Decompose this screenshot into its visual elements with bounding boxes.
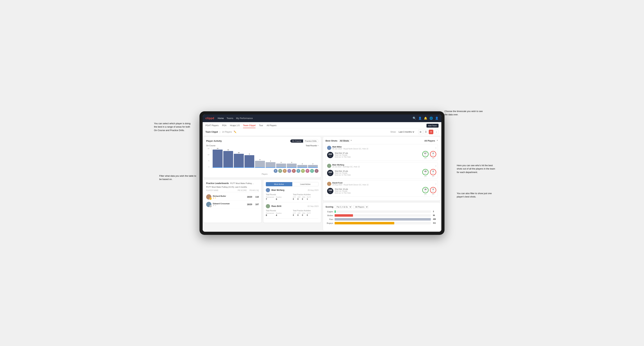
- grid-view-btn[interactable]: ⊞: [418, 130, 423, 134]
- nav-home[interactable]: Home: [218, 116, 224, 120]
- subnav-tour[interactable]: Tour: [259, 123, 263, 128]
- metric-end-2: 0 yds yds: [430, 187, 436, 195]
- player-avatar-8: E: [310, 169, 314, 173]
- bars-container: 13 12 10 9 5 4 3 3: [212, 148, 318, 168]
- bar-value-3: 9: [249, 153, 250, 155]
- chart-dropdown[interactable]: Total Rounds: [306, 145, 317, 147]
- metric-circle-dist-2: 16 yds: [422, 187, 428, 193]
- player-avatar-1: R: [278, 169, 282, 173]
- shot-player-name-2: David Ford: [332, 182, 368, 184]
- bar-9[interactable]: [308, 165, 318, 168]
- shot-dist-1: Shot Dist: 43 yds: [335, 170, 421, 172]
- metric-dist-0: 67 yds yds: [422, 151, 428, 159]
- gtt-stat-1: GTT 0: [293, 196, 296, 200]
- bar-group-1: 12: [223, 149, 233, 168]
- lb-player-row-2: 2 Edward Crossman ★ ② 18/20: [206, 201, 259, 208]
- shot-expand-2[interactable]: ›: [436, 182, 436, 185]
- on-course-toggle[interactable]: On Course: [290, 140, 303, 143]
- scoring-track-3: [334, 222, 431, 224]
- team-name: Team Clippd: [206, 131, 218, 133]
- globe-icon[interactable]: 🌐: [430, 117, 433, 120]
- lb-avg-2: 107: [255, 203, 259, 206]
- bar-5[interactable]: [266, 162, 276, 168]
- bar-4[interactable]: [255, 161, 265, 168]
- show-select[interactable]: Last 3 months Last 6 months Last year: [398, 131, 415, 133]
- add-team-button[interactable]: Add Team: [426, 124, 438, 128]
- nav-teams[interactable]: Teams: [226, 116, 233, 120]
- bar-6[interactable]: [276, 164, 286, 168]
- scoring-filter2[interactable]: All Players: [353, 205, 368, 209]
- bs-tabs: All Shots ▾: [339, 139, 352, 142]
- practice-activities-title-2: Total Practice Activities: [293, 210, 319, 212]
- bar-0[interactable]: [212, 150, 222, 168]
- shot-entry-1: Blair McHarg 23 Jul 2023 · Ashridge GC, …: [326, 162, 438, 179]
- shot-entry-2: David Ford 24 Aug 2023 · Royal North Dev…: [326, 180, 438, 197]
- practice-activities-title-1: Total Practice Activities: [293, 194, 319, 195]
- activity-card-header: Player Activity On Course Practice Drill…: [206, 139, 318, 143]
- avatar-icon[interactable]: 👤: [435, 117, 438, 120]
- stat-rounds-title-2: Total Rounds: [266, 210, 292, 212]
- most-active-btn[interactable]: Most Active: [266, 182, 292, 186]
- list-view-btn[interactable]: ☰: [424, 130, 428, 134]
- metric-circle-end-0: 0 yds: [430, 151, 436, 157]
- active-stats-2: Total Rounds Tournament 8 Practice: [266, 210, 318, 216]
- metric-end-1: 0 yds yds: [430, 169, 436, 177]
- shot-sg-1: SG: [329, 173, 331, 175]
- least-active-btn[interactable]: Least Active: [292, 182, 319, 186]
- lb-player-info-1: Richard Butler ★ ①: [213, 195, 246, 199]
- metric-circle-dist-0: 67 yds: [422, 151, 428, 157]
- bell-icon[interactable]: 🔔: [424, 117, 427, 120]
- lb-avatar-2: 2: [206, 202, 212, 207]
- bar-1[interactable]: [223, 151, 233, 168]
- metric-dist-2: 16 yds yds: [422, 187, 428, 195]
- scoring-filter1[interactable]: Par 3, 4 & 5s: [335, 205, 352, 209]
- scoring-header: Scoring Par 3, 4 & 5s All Players: [326, 205, 438, 209]
- shot-expand-1[interactable]: ›: [436, 165, 436, 167]
- search-icon[interactable]: 🔍: [413, 117, 416, 120]
- shot-badge-2: 198 SG: [327, 188, 334, 194]
- shot-sg-2: SG: [329, 191, 331, 193]
- bs-tab-all-players[interactable]: All Players: [423, 139, 436, 142]
- player-avatar-0: B: [274, 169, 278, 173]
- shot-info-0: 09 Jun 2023 · Royal North Devon GC, Hole…: [332, 148, 368, 150]
- bar-value-6: 3: [281, 162, 282, 163]
- edit-team-icon[interactable]: ✏️: [234, 131, 236, 133]
- active-player-date-2: 02 Sep 2023: [308, 205, 318, 207]
- scoring-num-2: 499: [433, 218, 438, 220]
- subnav-all-players[interactable]: All Players: [266, 123, 276, 128]
- bar-2[interactable]: [234, 154, 244, 168]
- player-avatar-9: L: [315, 169, 318, 173]
- bar-3[interactable]: [244, 155, 254, 168]
- activity-card-title: Player Activity: [206, 140, 222, 142]
- bar-value-9: 2: [312, 163, 313, 165]
- scoring-title: Scoring: [326, 206, 334, 208]
- lb-col-score: PB SCORE: [238, 189, 247, 191]
- shot-info-2: 24 Aug 2023 · Royal North Devon GC, Hole…: [332, 184, 368, 186]
- subnav-pgat[interactable]: PGAT Players: [206, 123, 218, 128]
- subnav-hcaps[interactable]: Hcaps 1-5: [230, 123, 240, 128]
- shot-metrics-2: 16 yds yds 0 yds yds: [422, 187, 436, 195]
- subnav-team-clippd[interactable]: Team Clippd: [243, 123, 256, 128]
- tournament-stat-2: Tournament 8: [266, 212, 274, 216]
- lb-select[interactable]: PUTT Must Make Putting ...: [230, 182, 254, 184]
- active-player-2: Rees Britt 02 Sep 2023 Total Rounds Tour…: [266, 204, 318, 218]
- profile-icon[interactable]: 👤: [418, 117, 422, 120]
- practice-drills-toggle[interactable]: Practice Drills: [303, 140, 318, 143]
- sort-btn[interactable]: ↕: [434, 130, 438, 134]
- tablet-frame: clippd Home Teams My Performance 🔍 👤 🔔 🌐…: [200, 111, 444, 235]
- nav-myperformance[interactable]: My Performance: [236, 116, 253, 120]
- y-axis-container: 15 10 5 0: [206, 148, 212, 168]
- subnav-pga[interactable]: PGA: [222, 123, 226, 128]
- bar-7[interactable]: [287, 164, 297, 168]
- bs-tab-all-shots[interactable]: All Shots: [339, 139, 350, 142]
- scoring-fill-2: [334, 218, 431, 220]
- shot-expand-0[interactable]: ›: [436, 147, 436, 149]
- y-label-5: 5: [206, 160, 209, 162]
- bar-group-5: 4: [266, 160, 276, 168]
- scoring-row-0: Eagles 3: [326, 210, 438, 213]
- player-avatar-5: G: [296, 169, 300, 173]
- gtt-stat-2: GTT 0: [293, 212, 296, 216]
- y-axis: 15 10 5 0: [206, 148, 210, 168]
- bar-8[interactable]: [297, 165, 307, 168]
- card-view-btn[interactable]: ♥: [429, 130, 433, 134]
